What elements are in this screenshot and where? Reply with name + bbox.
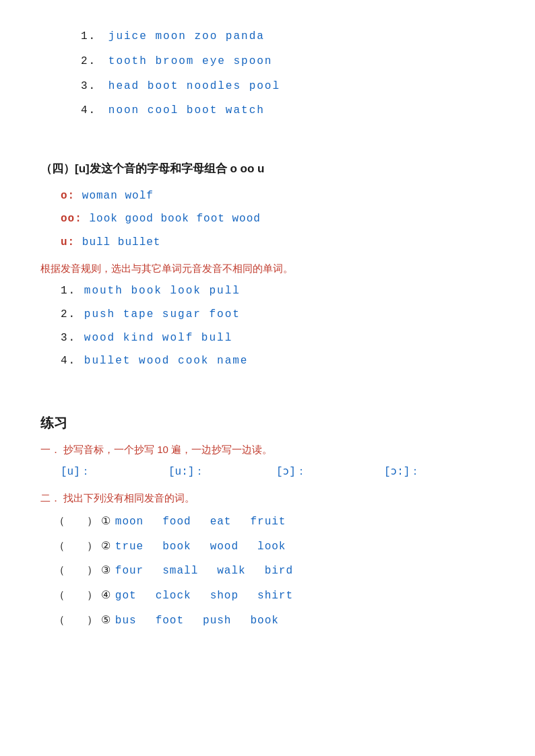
odd-one-out-list: 1. mouth book look pull 2. push tape sug… — [61, 281, 495, 371]
phonetic-u: [u]： — [61, 462, 128, 482]
instruction-cn: 根据发音规则，选出与其它单词元音发音不相同的单词。 — [40, 259, 495, 277]
fill-item-4: （ ） ④ got clock shop shirt — [54, 586, 495, 606]
task1-text: 抄写音标，一个抄写 10 遍，一边抄写一边读。 — [63, 440, 272, 458]
phonetic-ulong: [u:]： — [168, 462, 236, 482]
phoneme-oo: oo: look good book foot wood — [61, 209, 495, 229]
practice-header: 练习 — [40, 411, 495, 435]
list-item: 2. tooth broom eye spoon — [81, 52, 495, 71]
fill-item-3: （ ） ③ four small walk bird — [54, 561, 495, 581]
phoneme-u: u: bull bullet — [61, 233, 495, 252]
task2-label: 二． — [40, 489, 61, 507]
list-item: 4. noon cool boot watch — [81, 101, 495, 121]
phonetic-symbols-row: [u]： [u:]： [ɔ]： [ɔ:]： — [61, 462, 495, 482]
task1-row: 一． 抄写音标，一个抄写 10 遍，一边抄写一边读。 — [40, 440, 495, 458]
task1-label: 一． — [40, 440, 61, 458]
list-item: 2. push tape sugar foot — [61, 305, 495, 324]
fill-item-5: （ ） ⑤ bus foot push book — [54, 611, 495, 631]
list-item: 3. head boot noodles pool — [81, 77, 495, 96]
fill-item-2: （ ） ② true book wood look — [54, 537, 495, 557]
list-item: 1. juice moon zoo panda — [81, 27, 495, 46]
fill-items-list: （ ） ① moon food eat fruit （ ） ② true boo… — [40, 512, 495, 631]
list-item: 3. wood kind wolf bull — [61, 329, 495, 348]
phonetic-o: [ɔ]： — [276, 462, 344, 482]
task2-text: 找出下列没有相同发音的词。 — [63, 489, 195, 507]
task2-row: 二． 找出下列没有相同发音的词。 — [40, 489, 495, 507]
phonetic-olong: [ɔ:]： — [384, 462, 451, 482]
list-item: 1. mouth book look pull — [61, 281, 495, 301]
top-numbered-list: 1. juice moon zoo panda 2. tooth broom e… — [81, 27, 495, 121]
list-item: 4. bullet wood cook name — [61, 351, 495, 371]
fill-item-1: （ ） ① moon food eat fruit — [54, 512, 495, 532]
phoneme-o: o: woman wolf — [61, 186, 495, 206]
section-four-title: （四）[u]发这个音的字母和字母组合 o oo u — [40, 159, 495, 180]
